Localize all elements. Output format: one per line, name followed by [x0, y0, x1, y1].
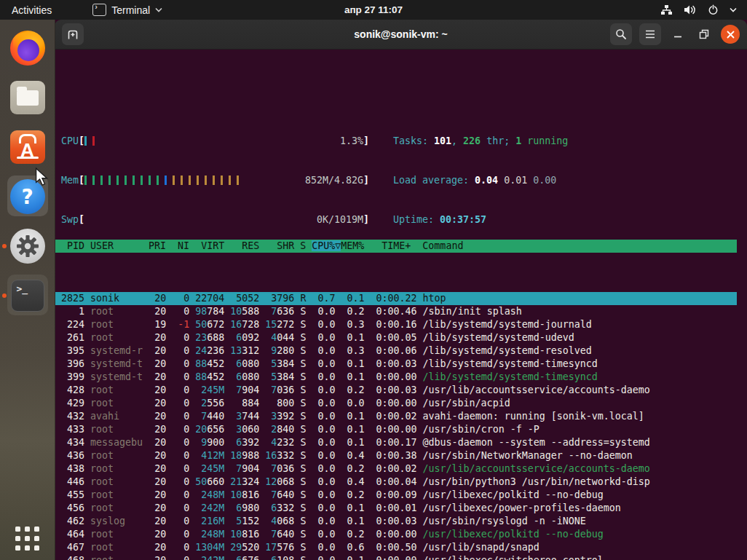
process-row[interactable]: 455 root 20 0 248M 10816 7640 S 0.0 0.2 … — [55, 489, 737, 502]
cell-state: S — [300, 358, 306, 369]
cell-state: S — [300, 476, 306, 487]
dock-item-help[interactable]: ? — [0, 174, 55, 219]
process-row[interactable]: 395 systemd-r 20 0 24236 13312 9280 S 0.… — [55, 344, 737, 358]
cell-shr: 12068 — [265, 476, 294, 487]
cell-user: systemd-t — [90, 358, 143, 369]
cell-shr: 6332 — [265, 502, 294, 513]
process-row[interactable]: 433 root 20 0 20656 3060 2840 S 0.0 0.1 … — [55, 423, 737, 436]
cell-res: 7904 — [230, 463, 259, 474]
cell-pid: 1 — [55, 306, 84, 317]
cell-user: root — [90, 384, 143, 395]
cell-state: S — [300, 306, 306, 317]
restore-button[interactable] — [695, 25, 714, 44]
cell-res: 6980 — [230, 502, 259, 513]
cell-pid: 432 — [55, 411, 84, 422]
cell-mem: 0.1 — [341, 411, 364, 422]
cell-time: 0:00.06 — [371, 345, 417, 356]
process-row[interactable]: 464 root 20 0 248M 10816 7640 S 0.0 0.2 … — [55, 528, 737, 541]
meter-tick — [157, 176, 165, 185]
cell-command: /usr/libexec/polkitd --no-debug — [423, 489, 604, 500]
dock-item-ubuntu-software[interactable]: A — [0, 125, 55, 170]
cell-pri: 20 — [149, 516, 166, 527]
process-row[interactable]: 396 systemd-t 20 0 88452 6080 5384 S 0.0… — [55, 358, 737, 371]
cell-command: /usr/sbin/rsyslogd -n -iNONE — [423, 516, 586, 527]
process-row[interactable]: 428 root 20 0 245M 7904 7036 S 0.0 0.2 0… — [55, 384, 737, 397]
process-row[interactable]: 399 systemd-t 20 0 88452 6080 5384 S 0.0… — [55, 371, 737, 384]
cell-user: root — [90, 555, 143, 560]
meter-tick — [133, 176, 141, 185]
process-row[interactable]: 468 root 20 0 242M 6676 6108 S 0.0 0.1 0… — [55, 554, 737, 560]
search-button[interactable] — [610, 23, 632, 45]
cell-shr: 9280 — [265, 345, 294, 356]
cell-ni: 0 — [172, 306, 189, 317]
cell-time: 0:00.46 — [371, 306, 417, 317]
cell-pri: 20 — [149, 332, 166, 343]
cell-res: 10588 — [230, 306, 259, 317]
clock[interactable]: апр 27 11:07 — [344, 4, 403, 15]
cell-virt: 242M — [195, 502, 224, 513]
dock-item-terminal[interactable]: >_ — [0, 273, 55, 318]
swp-meter-label: Swp — [61, 214, 79, 225]
close-button[interactable] — [721, 25, 740, 44]
cell-state: S — [300, 502, 306, 513]
cell-command: /lib/systemd/systemd-resolved — [423, 345, 592, 356]
cell-cpu: 0.0 — [312, 358, 335, 369]
files-icon — [10, 81, 45, 114]
cell-pid: 468 — [55, 555, 84, 560]
cell-pri: 20 — [149, 306, 166, 317]
system-tray[interactable] — [660, 4, 737, 15]
running-indicator-dot — [2, 293, 7, 298]
process-row[interactable]: 432 avahi 20 0 7440 3744 3392 S 0.0 0.1 … — [55, 410, 737, 423]
dock-item-settings[interactable] — [0, 224, 55, 269]
activities-button[interactable]: Activities — [12, 4, 52, 16]
process-row[interactable]: 462 syslog 20 0 216M 5152 4068 S 0.0 0.1… — [55, 515, 737, 528]
cell-cpu: 0.0 — [312, 411, 335, 422]
app-menu-terminal[interactable]: Terminal — [92, 4, 162, 16]
cell-mem: 0.4 — [341, 476, 364, 487]
process-row[interactable]: 434 messagebu 20 0 9900 6392 4232 S 0.0 … — [55, 436, 737, 449]
cell-mem: 0.1 — [341, 371, 364, 382]
cell-command: /usr/lib/accountsservice/accounts-daemo — [423, 463, 650, 474]
tasks-line: Tasks: 101, 226 thr; 1 running — [393, 135, 568, 148]
process-row[interactable]: 438 root 20 0 245M 7904 7036 S 0.0 0.2 0… — [55, 462, 737, 476]
process-row[interactable]: 467 root 20 0 1304M 29520 17576 S 0.0 0.… — [55, 541, 737, 554]
process-row[interactable]: 446 root 20 0 50660 21324 12068 S 0.0 0.… — [55, 476, 737, 489]
load-average-line: Load average: 0.04 0.01 0.00 — [393, 174, 568, 187]
minimize-button[interactable] — [668, 25, 687, 44]
show-applications-button[interactable] — [0, 519, 55, 557]
dock-item-files[interactable] — [0, 75, 55, 120]
cell-cpu: 0.0 — [312, 489, 335, 500]
process-row[interactable]: 456 root 20 0 242M 6980 6332 S 0.0 0.1 0… — [55, 502, 737, 515]
cell-shr: 3796 — [265, 293, 294, 304]
process-row[interactable]: 1 root 20 0 98784 10588 7636 S 0.0 0.2 0… — [55, 305, 737, 318]
swp-meter-value: 0K/1019M — [317, 213, 363, 226]
cell-user: root — [90, 542, 143, 553]
cell-user: root — [90, 424, 143, 435]
minimize-icon — [673, 30, 682, 39]
cell-pid: 462 — [55, 516, 84, 527]
mem-meter-label: Mem — [61, 175, 79, 186]
process-row[interactable]: 429 root 20 0 2556 884 800 S 0.0 0.0 0:0… — [55, 397, 737, 410]
process-row[interactable]: 2825 sonik 20 0 22704 5052 3796 R 0.7 0.… — [55, 292, 737, 305]
process-row[interactable]: 224 root 19 -1 50672 16728 15272 S 0.0 0… — [55, 318, 737, 331]
restore-icon — [699, 29, 709, 39]
cell-cpu: 0.0 — [312, 529, 335, 540]
window-titlebar[interactable]: sonik@sonik-vm: ~ — [55, 20, 747, 50]
cell-pid: 456 — [55, 502, 84, 513]
process-row[interactable]: 436 root 20 0 412M 18988 16332 S 0.0 0.4… — [55, 449, 737, 462]
app-menu-label: Terminal — [111, 4, 150, 16]
cell-virt: 50672 — [195, 319, 224, 330]
cell-cpu: 0.0 — [312, 424, 335, 435]
new-tab-button[interactable] — [62, 23, 84, 45]
meter-tick — [237, 176, 245, 185]
desktop: { "top_bar": { "activities_label": "Acti… — [0, 0, 747, 560]
cell-time: 0:00.00 — [371, 555, 417, 560]
cell-res: 3744 — [230, 411, 259, 422]
cell-user: root — [90, 319, 143, 330]
terminal-content[interactable]: CPU[1.3%] Mem[852M/4.82G] Swp[0K/1019M] … — [55, 50, 747, 560]
cell-virt: 23688 — [195, 332, 224, 343]
menu-button[interactable] — [639, 23, 661, 45]
process-row[interactable]: 261 root 20 0 23688 6092 4044 S 0.0 0.1 … — [55, 331, 737, 344]
cell-command: avahi-daemon: running [sonik-vm.local] — [423, 411, 644, 422]
dock-item-firefox[interactable] — [0, 25, 55, 71]
